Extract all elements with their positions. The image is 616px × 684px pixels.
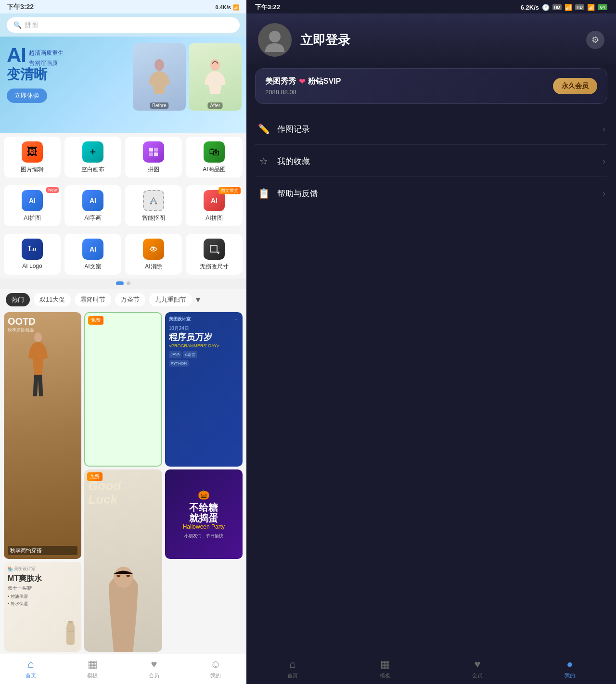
tool-expand[interactable]: New AI AI扩图 xyxy=(4,185,61,226)
grid-item-goodluck[interactable]: 免费 GoodLuck xyxy=(84,469,162,652)
menu-item-favorites[interactable]: ☆ 我的收藏 › xyxy=(255,146,607,177)
vip-app-name: 美图秀秀 xyxy=(265,76,296,87)
hd-badge1: HD xyxy=(552,4,562,10)
left-time: 下午3:22 xyxy=(7,3,34,12)
grid-item-halloween[interactable]: 🎃 不给糖就捣蛋 Halloween Party 小朋友们，节日愉快 xyxy=(165,469,243,559)
tool-aipuzzle-label: AI拼图 xyxy=(205,214,222,222)
tool-canvas-icon: + xyxy=(82,141,103,163)
avatar[interactable] xyxy=(258,23,292,57)
grid-item-programmer[interactable]: 美图设计室 ··· 10月24日 程序员万岁 <PROGRAMMERS' DAY… xyxy=(165,312,243,467)
svg-rect-18 xyxy=(67,632,74,632)
nav-home[interactable]: ⌂ 首页 xyxy=(0,658,62,679)
tag-chongyang[interactable]: 九九重阳节 xyxy=(149,293,192,306)
tag-double11[interactable]: 双11大促 xyxy=(34,293,71,306)
programmer-overlay: 美图设计室 ··· 10月24日 程序员万岁 <PROGRAMMERS' DAY… xyxy=(165,312,243,467)
nav-member[interactable]: ♥ 会员 xyxy=(123,658,185,679)
search-bar-container: 🔍 拼图 xyxy=(0,13,246,37)
skincare-features: • 控油保湿 • 补水保湿 xyxy=(8,594,77,607)
tool-resize-icon xyxy=(204,239,225,260)
tool-remove[interactable]: AI AI消除 xyxy=(125,234,182,275)
prog-tags: JAVA C语言 xyxy=(169,351,239,358)
tag-frost[interactable]: 霜降时节 xyxy=(75,293,111,306)
nav-member-label: 会员 xyxy=(149,672,159,679)
badge-new-expand: New xyxy=(46,187,59,193)
tool-canvas[interactable]: + 空白画布 xyxy=(64,137,121,177)
tool-resize[interactable]: 无损改尺寸 xyxy=(186,234,243,275)
tool-expand-label: AI扩图 xyxy=(24,214,40,222)
right-nav-templates[interactable]: ▦ 模板 xyxy=(339,658,431,679)
menu-item-history[interactable]: ✏️ 作图记录 › xyxy=(255,114,607,145)
prog-sub: <PROGRAMMERS' DAY> xyxy=(169,343,239,348)
search-placeholder: 拼图 xyxy=(25,21,38,29)
tool-aitext[interactable]: AI AI字画 xyxy=(64,185,121,226)
right-nav-mine-icon: ● xyxy=(566,658,573,671)
grid-item-skincare[interactable]: 🏪美图设计室 MT爽肤水 双十一买赠 • 控油保湿 • 补水保湿 xyxy=(4,562,81,652)
right-nav-templates-label: 模板 xyxy=(380,672,390,679)
menu-item-help[interactable]: 📋 帮助与反馈 › xyxy=(255,178,607,209)
nav-member-icon: ♥ xyxy=(151,658,157,671)
tool-logo-icon: Lo xyxy=(22,239,43,260)
tool-row-1: 🖼 图片编辑 + 空白画布 拼图 🛍 xyxy=(4,133,243,181)
tag-hot[interactable]: 热门 xyxy=(6,293,30,306)
signal-icon2: 📶 xyxy=(587,4,595,11)
login-text[interactable]: 立即登录 xyxy=(300,32,578,49)
hw-subtitle: Halloween Party xyxy=(183,523,225,530)
svg-rect-17 xyxy=(67,630,74,630)
right-nav-home[interactable]: ⌂ 首页 xyxy=(246,658,339,679)
right-nav-member[interactable]: ♥ 会员 xyxy=(431,658,524,679)
tool-aitext-icon: AI xyxy=(82,190,103,211)
ootd-title: OOTD xyxy=(8,316,77,327)
tool-cutout-label: 智能抠图 xyxy=(142,214,165,222)
history-icon: ✏️ xyxy=(257,123,270,135)
right-speed: 6.2K/s xyxy=(521,4,539,11)
tool-cutout[interactable]: AI 智能抠图 xyxy=(125,185,182,226)
tag-halloween[interactable]: 万圣节 xyxy=(115,293,145,306)
page-dots xyxy=(0,279,246,289)
grid-item-blank[interactable]: 免费 xyxy=(84,312,162,467)
prog-logo: 美图设计室 xyxy=(169,316,191,322)
nav-templates[interactable]: ▦ 模板 xyxy=(62,658,123,679)
menu-favorites-label: 我的收藏 xyxy=(277,156,596,167)
halloween-overlay: 🎃 不给糖就捣蛋 Halloween Party 小朋友们，节日愉快 xyxy=(165,469,243,559)
vip-button[interactable]: 永久会员 xyxy=(553,78,597,94)
vip-info: 美图秀秀 ❤ 粉钻SVIP 2088.08.08 xyxy=(265,76,341,96)
right-bottom-nav: ⌂ 首页 ▦ 模板 ♥ 会员 ● 我的 xyxy=(246,654,616,684)
svg-rect-4 xyxy=(149,152,153,156)
svg-rect-3 xyxy=(154,148,158,152)
grid-item-ootd[interactable]: OOTD 秋季穿搭精选 秋季简约穿搭 xyxy=(4,312,81,559)
tool-edit[interactable]: 🖼 图片编辑 xyxy=(4,137,61,177)
right-phone: 下午3:22 6.2K/s 🕐 HD 📶 HD 📶 64 立即登录 ⚙ 美图秀秀 xyxy=(246,0,616,684)
right-nav-mine[interactable]: ● 我的 xyxy=(524,658,616,679)
settings-button[interactable]: ⚙ xyxy=(586,31,604,49)
banner-subtitle1: 超清画质重生 xyxy=(29,49,64,57)
hd-badge2: HD xyxy=(575,4,584,10)
before-label: Before xyxy=(150,102,168,109)
search-bar[interactable]: 🔍 拼图 xyxy=(7,17,240,33)
tool-logo[interactable]: Lo AI Logo xyxy=(4,234,61,275)
tool-remove-label: AI消除 xyxy=(145,263,162,271)
svg-point-15 xyxy=(126,575,130,577)
tool-aipuzzle[interactable]: 图文带货 AI AI拼图 xyxy=(186,185,243,226)
tool-edit-label: 图片编辑 xyxy=(21,165,44,174)
svg-point-7 xyxy=(155,203,157,204)
tool-puzzle[interactable]: 拼图 xyxy=(125,137,182,177)
tool-puzzle-label: 拼图 xyxy=(148,165,159,174)
profile-header: 立即登录 ⚙ xyxy=(246,13,616,68)
tool-resize-label: 无损改尺寸 xyxy=(200,263,229,271)
banner-try-button[interactable]: 立即体验 xyxy=(7,89,47,103)
tool-copy[interactable]: AI AI文案 xyxy=(64,234,121,275)
tool-logo-label: AI Logo xyxy=(22,263,42,269)
tag-more-icon[interactable]: ▾ xyxy=(196,294,200,305)
svg-point-9 xyxy=(153,248,154,250)
nav-mine[interactable]: ☺ 我的 xyxy=(185,658,246,679)
tool-cutout-icon: AI xyxy=(143,190,164,211)
hw-title: 不给糖就捣蛋 xyxy=(189,502,218,523)
tool-copy-icon: AI xyxy=(82,239,103,260)
image-grid: OOTD 秋季穿搭精选 秋季简约穿搭 免费 xyxy=(0,310,246,654)
ootd-caption: 秋季简约穿搭 xyxy=(8,546,77,555)
nav-home-label: 首页 xyxy=(26,672,36,679)
tool-product[interactable]: 🛍 AI商品图 xyxy=(186,137,243,177)
vip-date: 2088.08.08 xyxy=(265,89,341,96)
vip-card[interactable]: 美图秀秀 ❤ 粉钻SVIP 2088.08.08 永久会员 xyxy=(255,68,607,104)
settings-icon: ⚙ xyxy=(591,35,599,45)
